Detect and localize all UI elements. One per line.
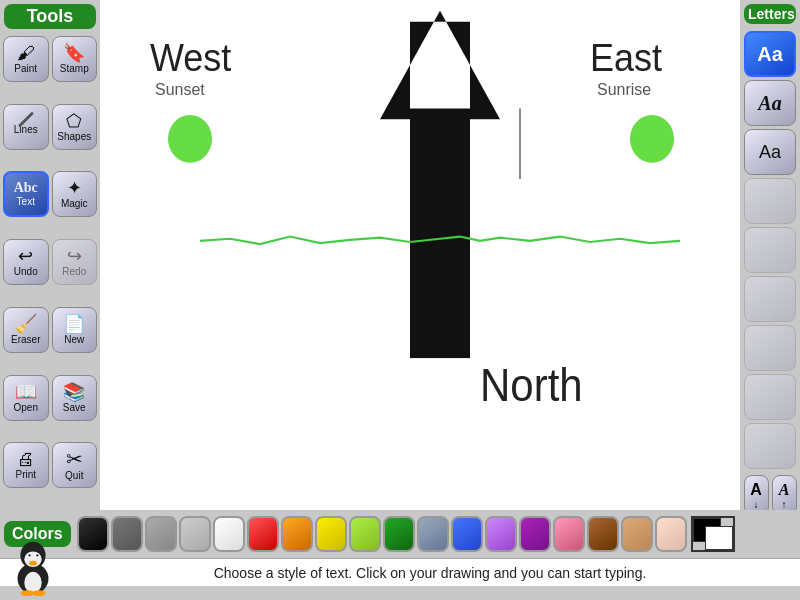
left-panel: Tools 🖌 Paint 🔖 Stamp Lines [0,0,100,510]
text-icon: Abc [14,181,38,195]
color-row: Colors [0,510,800,558]
text-size-larger[interactable]: A↓ [744,475,769,515]
open-label: Open [14,402,38,413]
svg-marker-6 [380,11,500,120]
letters-grid: Aa Aa Aa [740,28,800,472]
letter-slot-9[interactable] [744,423,796,469]
eraser-icon: 🧹 [15,315,37,333]
new-icon: 📄 [63,315,85,333]
color-yellow[interactable] [315,516,347,552]
paint-label: Paint [14,63,37,74]
redo-label: Redo [62,266,86,277]
print-icon: 🖨 [17,450,35,468]
svg-point-20 [32,590,46,596]
svg-text:North: North [480,360,583,411]
color-gray-dark[interactable] [111,516,143,552]
color-blue[interactable] [451,516,483,552]
color-background [705,526,733,550]
color-pink[interactable] [553,516,585,552]
tool-open[interactable]: 📖 Open [3,375,49,421]
app: Tools 🖌 Paint 🔖 Stamp Lines [0,0,800,600]
letters-header: Letters [744,4,796,24]
tool-magic[interactable]: ✦ Magic [52,171,98,217]
save-icon: 📚 [63,383,85,401]
tool-quit[interactable]: ✂ Quit [52,442,98,488]
letter-slot-6[interactable] [744,276,796,322]
letter-slot-5[interactable] [744,227,796,273]
paint-icon: 🖌 [17,44,35,62]
quit-label: Quit [65,470,83,481]
right-panel: Letters Aa Aa Aa A↓ [740,0,800,510]
undo-label: Undo [14,266,38,277]
shapes-icon: ⬠ [66,112,82,130]
letter-style-sans-medium[interactable]: Aa [744,129,796,175]
letter-style-sans-bold[interactable]: Aa [744,31,796,77]
new-label: New [64,334,84,345]
tool-undo[interactable]: ↩ Undo [3,239,49,285]
print-label: Print [15,469,36,480]
svg-point-4 [168,115,212,163]
status-bar: Choose a style of text. Click on your dr… [0,558,800,586]
tools-grid: 🖌 Paint 🔖 Stamp Lines ⬠ Shapes [0,33,100,510]
quit-icon: ✂ [66,449,83,469]
eraser-label: Eraser [11,334,40,345]
color-preview [691,516,735,552]
color-brown[interactable] [587,516,619,552]
status-message: Choose a style of text. Click on your dr… [214,565,647,581]
color-purple[interactable] [519,516,551,552]
svg-point-18 [29,561,37,566]
letter-slot-7[interactable] [744,325,796,371]
shapes-label: Shapes [57,131,91,142]
tool-redo[interactable]: ↪ Redo [52,239,98,285]
color-gray-blue[interactable] [417,516,449,552]
tool-shapes[interactable]: ⬠ Shapes [52,104,98,150]
color-orange[interactable] [281,516,313,552]
color-yellow-green[interactable] [349,516,381,552]
tool-print[interactable]: 🖨 Print [3,442,49,488]
save-label: Save [63,402,86,413]
tools-header: Tools [4,4,96,29]
open-icon: 📖 [15,383,37,401]
svg-text:East: East [590,35,663,79]
undo-icon: ↩ [18,247,33,265]
tool-paint[interactable]: 🖌 Paint [3,36,49,82]
color-white[interactable] [213,516,245,552]
letter-style-serif-italic[interactable]: Aa [744,80,796,126]
color-tan[interactable] [621,516,653,552]
bottom-bar: Colors [0,510,800,600]
color-black[interactable] [77,516,109,552]
text-size-smaller[interactable]: A↑ [772,475,797,515]
text-label: Text [17,196,35,207]
tool-lines[interactable]: Lines [3,104,49,150]
canvas-area[interactable]: West Sunset East Sunrise North [100,0,740,510]
redo-icon: ↪ [67,247,82,265]
tool-new[interactable]: 📄 New [52,307,98,353]
color-gray-mid[interactable] [145,516,177,552]
stamp-label: Stamp [60,63,89,74]
drawing-canvas[interactable]: West Sunset East Sunrise North [100,0,740,510]
tool-save[interactable]: 📚 Save [52,375,98,421]
color-gray-light[interactable] [179,516,211,552]
svg-point-17 [36,554,38,556]
magic-icon: ✦ [67,179,82,197]
tool-text[interactable]: Abc Text [3,171,49,217]
svg-point-5 [630,115,674,163]
svg-rect-7 [410,109,470,359]
svg-text:Sunrise: Sunrise [597,80,651,100]
top-bar: Tools 🖌 Paint 🔖 Stamp Lines [0,0,800,510]
color-peach[interactable] [655,516,687,552]
svg-point-16 [28,554,30,556]
color-green[interactable] [383,516,415,552]
color-purple-light[interactable] [485,516,517,552]
tool-stamp[interactable]: 🔖 Stamp [52,36,98,82]
letter-slot-4[interactable] [744,178,796,224]
mascot-area [8,538,58,596]
svg-point-11 [24,572,41,593]
magic-label: Magic [61,198,88,209]
svg-text:West: West [150,35,232,79]
stamp-icon: 🔖 [63,44,85,62]
tool-eraser[interactable]: 🧹 Eraser [3,307,49,353]
letter-slot-8[interactable] [744,374,796,420]
svg-point-19 [20,590,34,596]
color-red[interactable] [247,516,279,552]
